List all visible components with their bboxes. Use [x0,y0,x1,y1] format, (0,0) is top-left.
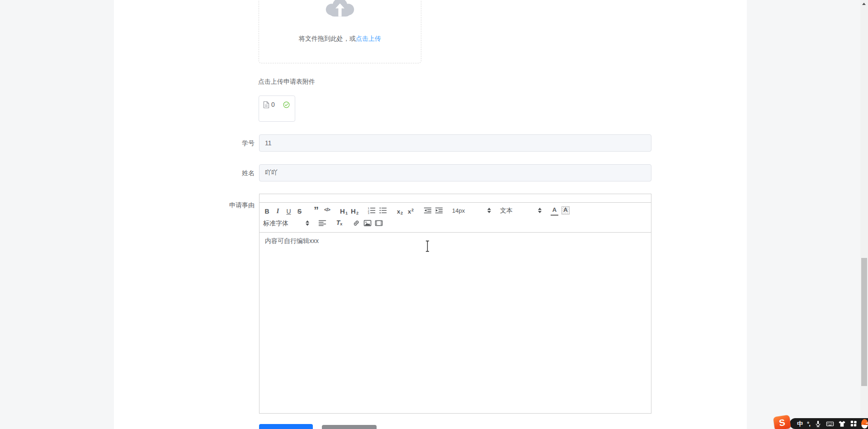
indent-button[interactable] [435,205,443,216]
ordered-list-button[interactable]: 1 2 3 [368,205,376,216]
updown-arrows-icon [538,208,542,213]
name-label: 姓名 [182,164,255,181]
clean-x: x [340,222,342,226]
subscript-button[interactable]: x2 [396,205,404,216]
updown-arrows-icon [306,220,309,226]
student-id-label: 学号 [182,134,255,152]
form-panel: 将文件拖到此处，或点击上传 点击上传申请表附件 0 学号 姓名 申请事由 [114,0,747,429]
editor-content-area[interactable]: 内容可自行编辑xxx [259,233,651,411]
attachment-count: 0 [271,101,275,108]
ime-toolbar: 中 °, [790,418,868,429]
align-button[interactable] [318,218,326,229]
student-id-input[interactable] [259,134,651,152]
video-button[interactable] [375,218,383,229]
reset-button[interactable] [322,425,377,429]
font-size-value: 14px [452,208,465,214]
h1-letter: H [340,208,345,214]
document-icon [263,101,269,110]
rich-text-editor: B I U S ” </> H1 H2 1 2 3 [259,194,651,414]
italic-button[interactable]: I [274,205,282,216]
header-2-button[interactable]: H2 [351,205,359,216]
toolbar-row-1: B I U S ” </> H1 H2 1 2 3 [263,204,647,217]
h2-digit: 2 [356,211,359,215]
upload-instruction: 将文件拖到此处，或点击上传 [259,35,421,43]
clean-letter: T [336,219,340,226]
upload-cloud-icon [325,0,355,23]
scrollbar-thumb[interactable] [861,258,867,386]
toolbox-grid-icon[interactable] [850,420,857,427]
microphone-icon[interactable] [814,420,822,428]
reason-label: 申请事由 [182,196,255,214]
editor-top-strip [259,194,651,203]
editor-content-text: 内容可自行编辑xxx [265,237,319,244]
upload-drag-text: 将文件拖到此处，或 [299,35,356,42]
svg-text:3: 3 [368,212,370,214]
image-button[interactable] [363,218,372,229]
toolbar-row-2: 标准字体 Tx [263,217,647,229]
editor-toolbar: B I U S ” </> H1 H2 1 2 3 [259,203,651,233]
upload-tip-text: 点击上传申请表附件 [258,78,315,86]
strikethrough-button[interactable]: S [296,205,303,216]
upload-click-link[interactable]: 点击上传 [356,35,381,42]
keyboard-icon[interactable] [826,420,834,428]
outdent-button[interactable] [424,205,432,216]
subscript-letter: x [397,209,400,214]
punctuation-icon[interactable]: °, [807,421,810,427]
superscript-button[interactable]: x2 [407,205,415,216]
font-size-dropdown[interactable]: 14px [452,205,491,216]
link-button[interactable] [352,218,360,229]
code-block-button[interactable]: </> [323,205,331,216]
underline-button[interactable]: U [285,205,292,216]
ime-mode-chinese[interactable]: 中 [797,421,803,427]
sogou-logo[interactable]: S [773,415,791,429]
sogou-emoji-icon[interactable] [861,419,868,429]
name-input[interactable] [259,164,651,181]
attachment-box[interactable]: 0 [259,95,295,122]
superscript-digit: 2 [411,208,414,212]
page: { "upload": { "drag_text": "将文件拖到此处，或", … [0,0,868,429]
background-color-button[interactable]: A [561,206,570,214]
scrollbar-track[interactable] [860,0,868,429]
font-family-value: 标准字体 [263,220,288,226]
submit-button[interactable] [259,424,313,429]
blockquote-button[interactable]: ” [312,205,320,216]
h2-letter: H [351,208,356,214]
h1-digit: 1 [345,211,348,215]
header-format-dropdown[interactable]: 文本 [500,205,542,216]
scrollbar-up-arrow[interactable] [860,0,868,8]
subscript-digit: 2 [401,211,403,215]
header-1-button[interactable]: H1 [340,205,348,216]
skin-shirt-icon[interactable] [838,420,846,428]
bullet-list-button[interactable] [379,205,387,216]
superscript-letter: x [408,209,411,214]
font-family-dropdown[interactable]: 标准字体 [263,218,309,229]
bold-button[interactable]: B [263,205,271,216]
text-color-button[interactable]: A [551,205,558,216]
clear-format-button[interactable]: Tx [335,218,343,229]
header-format-value: 文本 [500,207,513,214]
check-circle-icon [283,101,290,110]
updown-arrows-icon [487,208,491,213]
